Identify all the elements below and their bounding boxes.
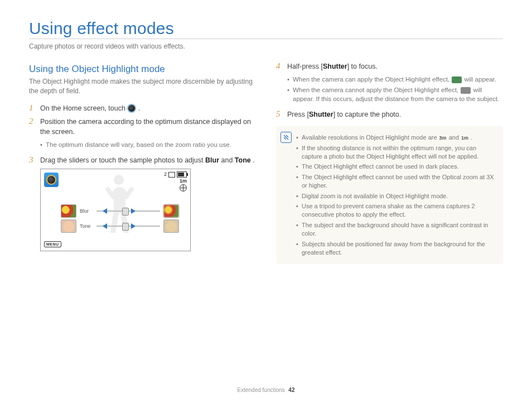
tip-item: If the shooting distance is not within t… <box>296 144 496 161</box>
page-intro: Capture photos or record videos with var… <box>29 42 503 50</box>
page-title: Using effect modes <box>29 19 503 39</box>
step-4-notes: When the camera can apply the Object Hig… <box>287 75 503 104</box>
tip-item: Available resolutions in Object Highligh… <box>296 133 496 142</box>
effect-ok-icon <box>452 76 462 83</box>
step-text: Drag the sliders or touch the sample pho… <box>40 156 205 164</box>
note-item: When the camera cannot apply the Object … <box>287 85 503 104</box>
tip-text: and <box>449 134 461 141</box>
globe-icon <box>180 184 187 192</box>
tone-label: Tone <box>80 223 93 229</box>
step-1: 1 On the Home screen, touch . <box>29 103 256 113</box>
tip-item: The Object Highlight effect cannot be us… <box>296 162 496 171</box>
step-body: Drag the sliders or touch the sample pho… <box>40 155 256 165</box>
tone-track <box>96 226 160 227</box>
step-text: ] to capture the photo. <box>333 111 402 118</box>
keyword-tone: Tone <box>235 156 251 164</box>
step-text: . <box>253 156 254 164</box>
memory-icon <box>168 172 175 178</box>
step-text: . <box>138 104 140 112</box>
effect-fail-icon <box>461 87 471 94</box>
section-subhead: Using the Object Highlight mode <box>29 64 256 75</box>
step-body: Half-press [Shutter] to focus. <box>287 61 503 71</box>
blur-track <box>96 210 160 212</box>
menu-button-label: MENU <box>44 241 61 247</box>
keyword-blur: Blur <box>205 156 219 164</box>
right-column: 4 Half-press [Shutter] to focus. When th… <box>276 58 503 264</box>
step-3: 3 Drag the sliders or touch the sample p… <box>29 155 256 165</box>
tip-item: Use a tripod to prevent camera shake as … <box>296 202 496 219</box>
step-body: Position the camera according to the opt… <box>40 117 256 137</box>
step-number: 5 <box>276 109 283 119</box>
slider-panel: Blur Tone <box>61 203 179 234</box>
note-text: When the camera cannot apply the Object … <box>293 87 460 93</box>
slider-handle <box>122 208 129 216</box>
manual-page: Using effect modes Capture photos or rec… <box>0 0 532 275</box>
step-body: On the Home screen, touch . <box>40 103 256 113</box>
step-4: 4 Half-press [Shutter] to focus. <box>276 61 503 71</box>
step-text: ] to focus. <box>347 63 378 70</box>
tip-item: Subjects should be positioned far away f… <box>296 240 496 257</box>
note-text: will appear. <box>464 76 496 83</box>
footer-section: Extended functions <box>238 387 285 393</box>
slider-handle <box>122 223 129 231</box>
step-number: 4 <box>276 61 283 71</box>
note-item: When the camera can apply the Object Hig… <box>287 75 503 84</box>
step-2: 2 Position the camera according to the o… <box>29 117 256 137</box>
tip-item: Digital zoom is not available in Object … <box>296 192 496 200</box>
blur-slider-row: Blur <box>61 204 179 218</box>
section-desc: The Object Highlight mode makes the subj… <box>29 77 256 97</box>
note-item: The optimum distance will vary, based on… <box>40 140 256 150</box>
resolution-3m-icon: 3m <box>439 135 447 142</box>
step-text: On the Home screen, touch <box>40 104 127 112</box>
sample-thumb-cool <box>163 219 179 233</box>
blur-label: Blur <box>80 208 93 214</box>
step-number: 1 <box>29 103 36 113</box>
two-column-layout: Using the Object Highlight mode The Obje… <box>29 58 503 264</box>
step-number: 2 <box>29 117 36 137</box>
sample-thumb-warm <box>61 219 76 233</box>
page-footer: Extended functions 42 <box>0 387 532 393</box>
tips-box: Available resolutions in Object Highligh… <box>276 126 503 264</box>
note-icon <box>280 132 292 143</box>
mode-icon <box>44 173 59 187</box>
step-5: 5 Press [Shutter] to capture the photo. <box>276 109 503 119</box>
footer-page-number: 42 <box>288 387 294 393</box>
resolution-1m-icon: 1m <box>461 135 468 142</box>
tip-item: The subject and the background should ha… <box>296 221 496 238</box>
keyword-shutter: Shutter <box>323 63 347 70</box>
tip-text: . <box>471 134 472 141</box>
shots-remaining: 2 <box>164 171 167 178</box>
tone-slider-row: Tone <box>61 219 179 233</box>
note-text: When the camera can apply the Object Hig… <box>293 76 451 83</box>
resolution-indicator: 1m <box>180 178 187 185</box>
keyword-shutter: Shutter <box>309 111 333 118</box>
step-2-notes: The optimum distance will vary, based on… <box>40 140 256 150</box>
tip-text: Available resolutions in Object Highligh… <box>302 134 439 141</box>
battery-icon <box>177 171 187 178</box>
left-column: Using the Object Highlight mode The Obje… <box>29 58 256 264</box>
step-text: and <box>221 156 234 164</box>
tip-item: The Object Highlight effect cannot be us… <box>296 173 496 190</box>
sample-thumb-blur <box>163 204 179 218</box>
status-area: 2 1m <box>164 171 187 192</box>
camera-screen-illustration: 2 1m Blur <box>40 169 191 251</box>
step-body: Press [Shutter] to capture the photo. <box>287 109 503 119</box>
step-text: Press [ <box>287 111 309 118</box>
step-text: Half-press [ <box>287 63 323 70</box>
object-highlight-mode-icon <box>127 104 136 113</box>
step-number: 3 <box>29 155 36 165</box>
sample-thumb-sharp <box>61 204 76 218</box>
